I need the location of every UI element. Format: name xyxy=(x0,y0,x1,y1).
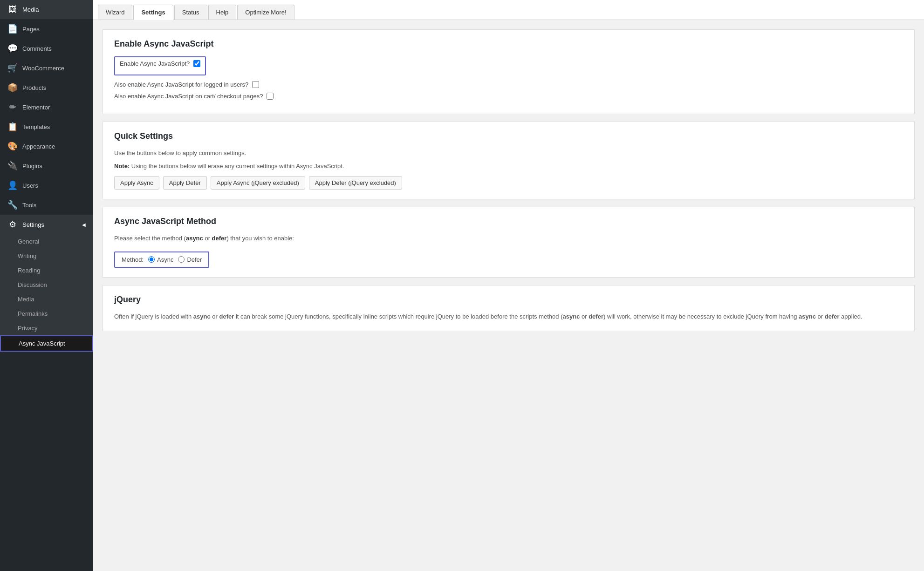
sidebar-item-templates[interactable]: 📋 Templates xyxy=(0,117,93,136)
sidebar-item-media[interactable]: 🖼 Media xyxy=(0,0,93,19)
async-keyword: async xyxy=(186,235,203,242)
enable-async-js-checkbox-row: Enable Async JavaScript? xyxy=(120,60,200,67)
sidebar-item-writing[interactable]: Writing xyxy=(0,249,93,263)
settings-icon: ⚙ xyxy=(7,219,18,230)
tab-optimize-more[interactable]: Optimize More! xyxy=(237,5,294,20)
quick-settings-title: Quick Settings xyxy=(114,131,903,141)
sidebar-item-elementor[interactable]: ✏ Elementor xyxy=(0,97,93,117)
async-method-desc: Please select the method (async or defer… xyxy=(114,234,903,243)
defer-radio-text: Defer xyxy=(187,256,202,263)
defer-radio[interactable] xyxy=(178,256,185,263)
tab-status[interactable]: Status xyxy=(174,5,207,20)
method-label: Method: xyxy=(122,256,144,263)
logged-in-users-checkbox[interactable] xyxy=(252,81,259,88)
logged-in-users-label: Also enable Async JavaScript for logged … xyxy=(114,81,248,88)
quick-settings-note: Note: Using the buttons below will erase… xyxy=(114,162,903,171)
tab-help[interactable]: Help xyxy=(208,5,237,20)
sidebar-item-pages[interactable]: 📄 Pages xyxy=(0,19,93,39)
note-text: Using the buttons below will erase any c… xyxy=(130,163,344,170)
method-radio-group-highlighted: Method: Async Defer xyxy=(114,252,209,268)
sidebar-item-reading[interactable]: Reading xyxy=(0,263,93,278)
appearance-icon: 🎨 xyxy=(7,141,18,151)
products-icon: 📦 xyxy=(7,82,18,93)
sidebar-item-plugins[interactable]: 🔌 Plugins xyxy=(0,156,93,176)
defer-radio-label: Defer xyxy=(178,256,202,263)
apply-async-button[interactable]: Apply Async xyxy=(114,176,159,190)
apply-async-jquery-button[interactable]: Apply Async (jQuery excluded) xyxy=(211,176,305,190)
sidebar-item-woocommerce[interactable]: 🛒 WooCommerce xyxy=(0,58,93,78)
async-radio-text: Async xyxy=(157,256,173,263)
tools-icon: 🔧 xyxy=(7,200,18,210)
pages-icon: 📄 xyxy=(7,24,18,34)
apply-defer-button[interactable]: Apply Defer xyxy=(163,176,207,190)
settings-submenu: General Writing Reading Discussion Media… xyxy=(0,234,93,352)
elementor-icon: ✏ xyxy=(7,102,18,112)
jquery-description: Often if jQuery is loaded with async or … xyxy=(114,312,903,322)
sidebar-item-privacy[interactable]: Privacy xyxy=(0,321,93,335)
sidebar-item-async-javascript[interactable]: Async JavaScript xyxy=(0,335,93,352)
quick-settings-section: Quick Settings Use the buttons below to … xyxy=(103,122,915,199)
sidebar-item-general[interactable]: General xyxy=(0,234,93,249)
enable-async-js-section: Enable Async JavaScript Enable Async Jav… xyxy=(103,29,915,114)
sidebar-item-tools[interactable]: 🔧 Tools xyxy=(0,195,93,215)
sidebar: 🖼 Media 📄 Pages 💬 Comments 🛒 WooCommerce… xyxy=(0,0,93,571)
tab-settings[interactable]: Settings xyxy=(133,5,173,20)
defer-keyword: defer xyxy=(212,235,227,242)
async-method-title: Async JavaScript Method xyxy=(114,217,903,226)
sidebar-item-settings[interactable]: ⚙ Settings ◀ xyxy=(0,215,93,234)
async-radio[interactable] xyxy=(148,256,155,263)
woocommerce-icon: 🛒 xyxy=(7,63,18,73)
apply-defer-jquery-button[interactable]: Apply Defer (jQuery excluded) xyxy=(309,176,402,190)
sidebar-item-appearance[interactable]: 🎨 Appearance xyxy=(0,136,93,156)
sidebar-item-permalinks[interactable]: Permalinks xyxy=(0,306,93,321)
enable-async-js-checkbox-highlighted: Enable Async JavaScript? xyxy=(114,56,206,75)
settings-arrow-icon: ◀ xyxy=(82,222,86,227)
tabs-bar: Wizard Settings Status Help Optimize Mor… xyxy=(93,0,924,20)
sidebar-item-users[interactable]: 👤 Users xyxy=(0,176,93,195)
cart-checkout-label: Also enable Async JavaScript on cart/ ch… xyxy=(114,93,263,100)
sidebar-item-products[interactable]: 📦 Products xyxy=(0,78,93,97)
cart-checkout-checkbox[interactable] xyxy=(267,93,274,100)
tab-wizard[interactable]: Wizard xyxy=(98,5,132,20)
quick-settings-desc1: Use the buttons below to apply common se… xyxy=(114,149,903,158)
media-icon: 🖼 xyxy=(7,5,18,14)
jquery-section: jQuery Often if jQuery is loaded with as… xyxy=(103,285,915,332)
async-radio-label: Async xyxy=(148,256,173,263)
jquery-title: jQuery xyxy=(114,295,903,305)
main-content: Wizard Settings Status Help Optimize Mor… xyxy=(93,0,924,571)
sidebar-item-media-sub[interactable]: Media xyxy=(0,292,93,306)
sidebar-item-discussion[interactable]: Discussion xyxy=(0,278,93,292)
enable-async-js-title: Enable Async JavaScript xyxy=(114,39,903,49)
users-icon: 👤 xyxy=(7,180,18,190)
note-prefix: Note: xyxy=(114,163,130,170)
quick-settings-buttons: Apply Async Apply Defer Apply Async (jQu… xyxy=(114,176,903,190)
plugins-icon: 🔌 xyxy=(7,161,18,171)
content-area: Enable Async JavaScript Enable Async Jav… xyxy=(93,20,924,348)
logged-in-users-row: Also enable Async JavaScript for logged … xyxy=(114,81,903,88)
async-method-section: Async JavaScript Method Please select th… xyxy=(103,207,915,278)
cart-checkout-row: Also enable Async JavaScript on cart/ ch… xyxy=(114,93,903,100)
enable-async-js-label: Enable Async JavaScript? xyxy=(120,60,190,67)
templates-icon: 📋 xyxy=(7,122,18,132)
comments-icon: 💬 xyxy=(7,43,18,54)
sidebar-item-comments[interactable]: 💬 Comments xyxy=(0,39,93,58)
enable-async-js-checkbox[interactable] xyxy=(193,60,200,67)
